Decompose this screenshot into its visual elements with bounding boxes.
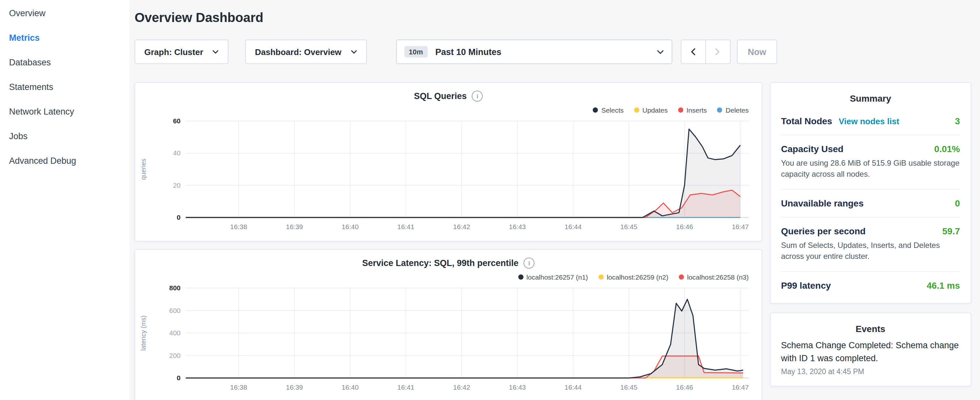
legend-dot <box>717 107 722 113</box>
service-latency-legend: localhost:26257 (n1)localhost:26259 (n2)… <box>135 273 762 282</box>
legend-label: Inserts <box>687 106 707 114</box>
legend-label: localhost:26259 (n2) <box>607 273 668 281</box>
svg-text:16:39: 16:39 <box>286 384 303 391</box>
svg-text:16:47: 16:47 <box>732 223 749 230</box>
sidebar-item-metrics[interactable]: Metrics <box>0 26 129 51</box>
svg-text:queries: queries <box>140 159 147 180</box>
event-text: Schema Change Completed: Schema change w… <box>781 339 960 365</box>
dashboard-body: SQL Queries i SelectsUpdatesInsertsDelet… <box>135 82 971 400</box>
svg-text:16:42: 16:42 <box>453 384 471 391</box>
svg-text:600: 600 <box>169 307 181 314</box>
svg-text:16:45: 16:45 <box>620 223 637 230</box>
summary-label: Total Nodes <box>781 116 832 126</box>
summary-label: Queries per second <box>781 226 865 236</box>
legend-dot <box>598 274 603 280</box>
legend-dot <box>678 107 683 113</box>
chart-title-text: Service Latency: SQL, 99th percentile <box>362 258 518 268</box>
summary-rows: Total NodesView nodes list3Capacity Used… <box>781 107 960 299</box>
svg-text:16:43: 16:43 <box>509 384 526 391</box>
svg-text:16:41: 16:41 <box>397 223 414 230</box>
time-range-label: Past 10 Minutes <box>435 47 501 57</box>
legend-dot <box>593 107 598 113</box>
time-pager <box>680 40 730 64</box>
right-column: Summary Total NodesView nodes list3Capac… <box>770 82 971 386</box>
summary-row-queries-per-second: Queries per second59.7Sum of Selects, Up… <box>781 217 960 272</box>
now-button[interactable]: Now <box>737 40 777 64</box>
chevron-down-icon <box>657 49 663 54</box>
dashboard-dropdown[interactable]: Dashboard: Overview <box>245 40 367 64</box>
summary-row-capacity-used: Capacity Used0.01%You are using 28.6 MiB… <box>781 135 960 190</box>
view-nodes-link[interactable]: View nodes list <box>838 116 899 126</box>
svg-text:200: 200 <box>169 352 181 359</box>
summary-title: Summary <box>781 93 960 104</box>
summary-description: Sum of Selects, Updates, Inserts, and De… <box>781 240 960 263</box>
time-prev-button[interactable] <box>680 40 706 64</box>
legend-item-localhost-26259-n2: localhost:26259 (n2) <box>598 273 668 281</box>
chart-title: Service Latency: SQL, 99th percentile i <box>135 258 762 269</box>
event-item: Schema Change Completed: Schema change w… <box>781 339 960 375</box>
dashboard-dropdown-label: Dashboard: Overview <box>255 47 341 57</box>
svg-text:16:45: 16:45 <box>620 384 637 391</box>
svg-text:20: 20 <box>173 182 181 189</box>
sidebar-item-databases[interactable]: Databases <box>0 51 129 75</box>
page-title: Overview Dashboard <box>135 10 971 25</box>
svg-text:16:46: 16:46 <box>676 384 694 391</box>
svg-text:latency (ms): latency (ms) <box>140 316 147 351</box>
legend-label: Updates <box>643 106 668 114</box>
svg-text:16:40: 16:40 <box>342 223 359 230</box>
main-content: Overview Dashboard Graph: Cluster Dashbo… <box>129 0 980 400</box>
summary-description: You are using 28.6 MiB of 515.9 GiB usab… <box>781 158 960 180</box>
legend-dot <box>634 107 639 113</box>
summary-value: 0 <box>955 198 960 209</box>
svg-text:400: 400 <box>169 329 181 336</box>
legend-label: localhost:26258 (n3) <box>687 273 749 281</box>
legend-item-inserts: Inserts <box>678 106 707 114</box>
svg-text:16:38: 16:38 <box>230 384 247 391</box>
legend-dot <box>679 274 684 280</box>
svg-text:16:42: 16:42 <box>453 223 471 230</box>
svg-text:0: 0 <box>177 374 181 382</box>
summary-value: 59.7 <box>942 226 960 236</box>
svg-text:16:47: 16:47 <box>732 384 749 391</box>
service-latency-panel: Service Latency: SQL, 99th percentile i … <box>135 249 762 400</box>
legend-item-localhost-26257-n1: localhost:26257 (n1) <box>518 273 588 281</box>
legend-dot <box>518 274 523 280</box>
chart-title: SQL Queries i <box>135 91 762 102</box>
svg-text:16:44: 16:44 <box>565 223 582 230</box>
info-icon[interactable]: i <box>524 258 535 269</box>
time-range-badge: 10m <box>404 46 427 57</box>
sql-queries-chart[interactable]: 020406016:3816:3916:4016:4116:4216:4316:… <box>135 115 762 237</box>
time-next-button[interactable] <box>705 40 730 64</box>
sidebar-item-statements[interactable]: Statements <box>0 75 129 100</box>
svg-text:800: 800 <box>169 284 181 292</box>
legend-label: localhost:26257 (n1) <box>527 273 588 281</box>
info-icon[interactable]: i <box>472 91 483 102</box>
summary-row-unavailable-ranges: Unavailable ranges0 <box>781 190 960 217</box>
svg-text:60: 60 <box>173 117 181 124</box>
legend-label: Selects <box>601 106 624 114</box>
summary-value: 0.01% <box>934 144 960 154</box>
summary-panel: Summary Total NodesView nodes list3Capac… <box>770 82 971 303</box>
events-title: Events <box>781 323 960 334</box>
sql-queries-panel: SQL Queries i SelectsUpdatesInsertsDelet… <box>135 82 762 241</box>
svg-text:16:46: 16:46 <box>676 223 694 230</box>
charts-column: SQL Queries i SelectsUpdatesInsertsDelet… <box>135 82 762 400</box>
summary-label: Unavailable ranges <box>781 198 864 209</box>
svg-text:16:41: 16:41 <box>397 384 414 391</box>
service-latency-chart[interactable]: 020040060080016:3816:3916:4016:4116:4216… <box>135 282 762 397</box>
summary-label: P99 latency <box>781 280 831 290</box>
chevron-down-icon <box>350 50 357 54</box>
sidebar-item-network-latency[interactable]: Network Latency <box>0 100 129 124</box>
legend-item-updates: Updates <box>634 106 668 114</box>
graph-dropdown-label: Graph: Cluster <box>144 47 203 57</box>
graph-dropdown[interactable]: Graph: Cluster <box>135 40 228 64</box>
svg-text:16:38: 16:38 <box>230 223 247 230</box>
sidebar-item-jobs[interactable]: Jobs <box>0 124 129 149</box>
sidebar-item-advanced-debug[interactable]: Advanced Debug <box>0 149 129 174</box>
sidebar-item-overview[interactable]: Overview <box>0 1 129 26</box>
legend-item-localhost-26258-n3: localhost:26258 (n3) <box>679 273 749 281</box>
sidebar-nav: OverviewMetricsDatabasesStatementsNetwor… <box>0 1 129 174</box>
summary-value: 46.1 ms <box>927 280 960 290</box>
legend-label: Deletes <box>726 106 749 114</box>
time-range-picker[interactable]: 10m Past 10 Minutes <box>396 40 672 64</box>
